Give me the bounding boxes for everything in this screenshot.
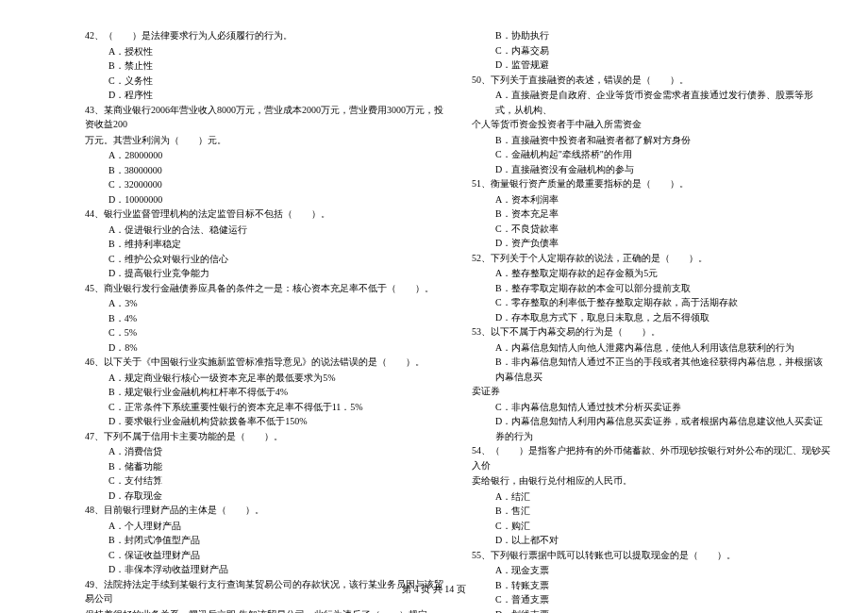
option-line: C．购汇 (472, 519, 830, 534)
option-line: A．个人理财产品 (85, 519, 443, 534)
option-line: C．零存整取的利率低于整存整取定期存款，高于活期存款 (472, 295, 830, 310)
left-column: 42、（ ）是法律要求行为人必须履行的行为。A．授权性B．禁止性C．义务性D．程… (85, 28, 443, 613)
question-line: 卖给银行，由银行兑付相应的人民币。 (472, 473, 830, 489)
option-line: C．保证收益理财产品 (85, 548, 443, 563)
option-line: A．授权性 (85, 44, 443, 59)
option-line: D．资产负债率 (472, 236, 830, 251)
option-line: D．非保本浮动收益理财产品 (85, 562, 443, 577)
option-line: D．要求银行业金融机构贷款拨备率不低于150% (85, 414, 443, 429)
page-footer: 第 4 页 共 14 页 (0, 583, 868, 596)
option-line: A．规定商业银行核心一级资本充足率的最低要求为5% (85, 371, 443, 386)
option-line: D．10000000 (85, 192, 443, 207)
question-line: 卖证券 (472, 384, 830, 399)
question-line: 46、以下关于《中国银行业实施新监管标准指导意见》的说法错误的是（ ）。 (85, 355, 443, 370)
option-line: A．整存整取定期存款的起存金额为5元 (472, 266, 830, 281)
option-line: B．规定银行业金融机构杠杆率不得低于4% (85, 385, 443, 400)
option-line: A．结汇 (472, 489, 830, 505)
option-line: C．正常条件下系统重要性银行的资本充足率不得低于11．5% (85, 400, 443, 415)
option-line: D．内幕信息知情人利用内幕信息买卖证券，或者根据内幕信息建议他人买卖证券的行为 (472, 414, 830, 443)
option-line: B．4% (85, 311, 443, 326)
right-column: B．协助执行C．内幕交易D．监管规避50、下列关于直接融资的表述，错误的是（ ）… (472, 28, 830, 613)
option-line: D．存本取息方式下，取息日未取息，之后不得领取 (472, 310, 830, 325)
option-line: B．维持利率稳定 (85, 237, 443, 252)
option-line: C．维护公众对银行业的信心 (85, 252, 443, 267)
option-line: B．封闭式净值型产品 (85, 533, 443, 548)
option-line: C．金融机构起"牵线搭桥"的作用 (472, 147, 830, 162)
option-line: B．协助执行 (472, 28, 830, 43)
question-line: 万元。其营业利润为（ ）元。 (85, 133, 443, 148)
question-line: 50、下列关于直接融资的表述，错误的是（ ）。 (472, 73, 830, 88)
option-line: B．禁止性 (85, 58, 443, 74)
option-line: C．义务性 (85, 74, 443, 89)
question-line: 43、某商业银行2006年营业收入8000万元，营业成本2000万元，营业费用3… (85, 103, 443, 132)
option-line: D．划线支票 (472, 607, 830, 614)
option-line: D．以上都不对 (472, 533, 830, 548)
option-line: C．内幕交易 (472, 43, 830, 58)
option-line: B．整存零取定期存款的本金可以部分提前支取 (472, 281, 830, 296)
option-line: C．非内幕信息知情人通过技术分析买卖证券 (472, 400, 830, 415)
option-line: A．3% (85, 296, 443, 311)
option-line: B．储蓄功能 (85, 459, 443, 474)
question-line: 44、银行业监督管理机构的法定监管目标不包括（ ）。 (85, 207, 443, 222)
option-line: C．不良贷款率 (472, 222, 830, 237)
option-line: B．资本充足率 (472, 207, 830, 222)
question-line: 54、（ ）是指客户把持有的外币储蓄款、外币现钞按银行对外公布的现汇、现钞买入价 (472, 443, 830, 472)
option-line: D．程序性 (85, 88, 443, 103)
option-line: B．直接融资中投资者和融资者都了解对方身份 (472, 133, 830, 148)
option-line: A．直接融资是自政府、企业等货币资金需求者直接通过发行债券、股票等形式，从机构、 (472, 88, 830, 117)
option-line: B．非内幕信息知情人通过不正当的手段或者其他途径获得内幕信息，并根据该内幕信息买 (472, 355, 830, 384)
option-line: B．售汇 (472, 504, 830, 519)
option-line: D．直接融资没有金融机构的参与 (472, 162, 830, 177)
option-line: A．促进银行业的合法、稳健运行 (85, 223, 443, 238)
option-line: D．监管规避 (472, 58, 830, 73)
option-line: D．提高银行业竞争能力 (85, 266, 443, 281)
question-line: 48、目前银行理财产品的主体是（ ）。 (85, 503, 443, 518)
question-line: 52、下列关于个人定期存款的说法，正确的是（ ）。 (472, 251, 830, 266)
question-line: 45、商业银行发行金融债券应具备的条件之一是：核心资本充足率不低于（ ）。 (85, 281, 443, 296)
exam-page: 42、（ ）是法律要求行为人必须履行的行为。A．授权性B．禁止性C．义务性D．程… (0, 0, 868, 613)
question-line: 47、下列不属于信用卡主要功能的是（ ）。 (85, 429, 443, 444)
question-line: 51、衡量银行资产质量的最重要指标的是（ ）。 (472, 176, 830, 191)
option-line: A．资本利润率 (472, 192, 830, 207)
option-line: A．现金支票 (472, 563, 830, 578)
question-line: 42、（ ）是法律要求行为人必须履行的行为。 (85, 28, 443, 43)
option-line: A．28000000 (85, 148, 443, 163)
question-line: 53、以下不属于内幕交易的行为是（ ）。 (472, 324, 830, 340)
question-line: 个人等货币资金投资者手中融入所需资金 (472, 117, 830, 132)
option-line: C．5% (85, 325, 443, 340)
option-line: A．消费信贷 (85, 444, 443, 459)
question-line: 保持着很好的业务关系，闻讯后立即 告知该贸易公司，此行为违反了（ ）规定。 (85, 607, 443, 614)
option-line: B．38000000 (85, 163, 443, 178)
option-line: D．存取现金 (85, 489, 443, 504)
option-line: A．内幕信息知情人向他人泄露内幕信息，使他人利用该信息获利的行为 (472, 340, 830, 356)
option-line: C．支付结算 (85, 473, 443, 489)
question-line: 55、下列银行票据中既可以转账也可以提取现金的是（ ）。 (472, 548, 830, 563)
option-line: C．32000000 (85, 177, 443, 192)
option-line: D．8% (85, 340, 443, 356)
